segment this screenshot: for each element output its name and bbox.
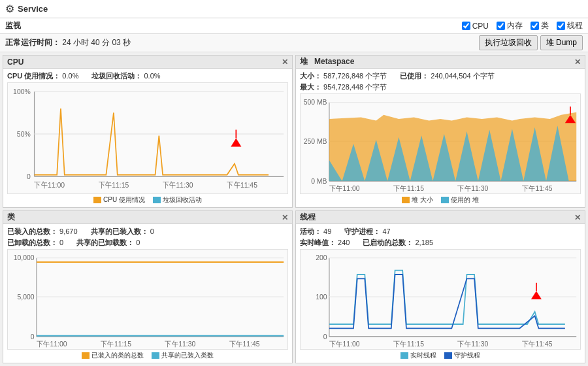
svg-text:0 MB: 0 MB [311, 176, 327, 185]
classes-panel: 类 ✕ 已装入的总数： 9,670 共享的已装入数： 0 已卸载的总数： 0 [3, 210, 293, 363]
checkbox-thread-label: 线程 [567, 20, 583, 31]
svg-text:下午11:15: 下午11:15 [393, 340, 424, 348]
monitor-label: 监视 [5, 20, 21, 31]
heap-used-label: 已使用： [400, 72, 429, 80]
classes-panel-content: 已装入的总数： 9,670 共享的已装入数： 0 已卸载的总数： 0 共享的已卸… [3, 224, 292, 363]
cpu-usage-label: CPU 使用情况： [7, 72, 60, 80]
svg-text:0: 0 [31, 332, 35, 341]
svg-marker-50 [531, 291, 542, 299]
checkbox-class-label: 类 [541, 20, 549, 31]
threads-active-stat: 活动： 49 [300, 227, 331, 237]
checkbox-thread-input[interactable] [557, 22, 565, 30]
dump-button[interactable]: 堆 Dump [540, 35, 583, 50]
classes-panel-header: 类 ✕ [3, 211, 292, 224]
threads-legend-item-2: 守护线程 [444, 351, 480, 360]
classes-shared-unloaded-value: 0 [136, 239, 140, 246]
gc-button[interactable]: 执行垃圾回收 [479, 35, 538, 50]
heap-panel-close[interactable]: ✕ [574, 58, 581, 67]
heap-title-text: 堆 [300, 57, 308, 66]
threads-legend-label-1: 实时线程 [410, 351, 436, 360]
classes-legend-color-1 [82, 352, 90, 359]
cpu-legend-color-1 [93, 197, 101, 203]
gc-activity-value: 0.0% [144, 72, 160, 80]
threads-active-value: 49 [323, 227, 331, 235]
checkbox-class[interactable]: 类 [531, 20, 549, 31]
classes-shared-loaded-value: 0 [150, 227, 154, 235]
threads-panel-close[interactable]: ✕ [574, 213, 581, 222]
threads-legend-color-1 [400, 352, 408, 359]
cpu-usage-stat: CPU 使用情况： 0.0% [7, 71, 78, 81]
checkbox-memory-input[interactable] [497, 22, 505, 30]
svg-text:下午11:15: 下午11:15 [99, 180, 129, 189]
checkbox-class-input[interactable] [531, 22, 539, 30]
threads-panel-title: 线程 [300, 212, 316, 223]
svg-text:200: 200 [316, 254, 327, 262]
threads-chart-svg: 200 100 0 下午11:00 下午11:15 下午11:30 下午11:4… [301, 250, 580, 349]
checkbox-memory[interactable]: 内存 [497, 20, 523, 31]
threads-daemon-label: 守护进程： [344, 227, 380, 235]
threads-legend-label-2: 守护线程 [454, 351, 480, 360]
threads-legend-item-1: 实时线程 [400, 351, 436, 360]
cpu-panel-content: CPU 使用情况： 0.0% 垃圾回收活动： 0.0% 100% 5 [3, 69, 292, 207]
uptime-info: 正常运行时间： 24 小时 40 分 03 秒 [5, 37, 131, 48]
threads-panel-content: 活动： 49 守护进程： 47 实时峰值： 240 已启动的总数： 2,185 [296, 224, 585, 363]
classes-loaded-value: 9,670 [59, 227, 78, 235]
classes-stats-row1: 已装入的总数： 9,670 共享的已装入数： 0 [7, 227, 288, 237]
checkbox-thread[interactable]: 线程 [557, 20, 583, 31]
checkbox-cpu-input[interactable] [462, 22, 470, 30]
threads-daemon-stat: 守护进程： 47 [344, 227, 390, 237]
svg-text:下午11:15: 下午11:15 [393, 184, 424, 193]
panels-grid: CPU ✕ CPU 使用情况： 0.0% 垃圾回收活动： 0.0% [0, 52, 588, 366]
heap-panel-content: 大小： 587,726,848 个字节 已使用： 240,044,504 个字节… [296, 69, 585, 207]
svg-text:下午11:30: 下午11:30 [163, 180, 193, 189]
cpu-panel-close[interactable]: ✕ [282, 58, 288, 67]
heap-used-stat: 已使用： 240,044,504 个字节 [400, 71, 494, 81]
svg-text:下午11:30: 下午11:30 [457, 184, 488, 193]
heap-legend-color-1 [402, 197, 410, 203]
threads-started-label: 已启动的总数： [363, 239, 413, 246]
checkbox-cpu[interactable]: CPU [462, 22, 489, 31]
cpu-panel-title: CPU [7, 58, 24, 67]
heap-size-label: 大小： [300, 72, 321, 80]
classes-legend-label-2: 共享的已装入类数 [161, 351, 214, 360]
svg-text:250 MB: 250 MB [304, 137, 327, 146]
threads-peak-value: 240 [338, 239, 350, 246]
app-icon: ⚙ [5, 3, 14, 15]
classes-shared-unloaded-label: 共享的已卸载数： [76, 239, 134, 246]
threads-started-value: 2,185 [415, 239, 433, 246]
classes-unloaded-stat: 已卸载的总数： 0 [7, 238, 63, 248]
svg-text:0: 0 [323, 332, 327, 341]
svg-text:下午11:00: 下午11:00 [37, 340, 67, 348]
uptime-value: 24 小时 40 分 03 秒 [62, 38, 131, 47]
cpu-chart-area: 100% 50% 0 下午11:00 下午11:15 下午11:30 下午11:… [7, 82, 288, 194]
classes-loaded-stat: 已装入的总数： 9,670 [7, 227, 78, 237]
threads-panel-header: 线程 ✕ [296, 211, 585, 224]
svg-text:10,000: 10,000 [14, 254, 35, 262]
gc-activity-label: 垃圾回收活动： [91, 72, 142, 80]
svg-text:50%: 50% [17, 129, 31, 138]
heap-panel-header: 堆 Metaspace ✕ [296, 56, 585, 69]
cpu-legend-color-2 [153, 197, 161, 203]
classes-unloaded-value: 0 [59, 239, 63, 246]
classes-panel-title: 类 [7, 212, 15, 223]
heap-max-value: 954,728,448 个字节 [323, 83, 387, 91]
heap-chart-area: 500 MB 250 MB 0 MB 下午11:00 下午11:15 下午11:… [300, 93, 581, 194]
threads-peak-stat: 实时峰值： 240 [300, 238, 350, 248]
classes-loaded-label: 已装入的总数： [7, 227, 57, 235]
svg-text:5,000: 5,000 [17, 293, 34, 301]
classes-unloaded-label: 已卸载的总数： [7, 239, 57, 246]
classes-chart-area: 10,000 5,000 0 下午11:00 下午11:15 下午11:30 下… [7, 249, 288, 350]
app-title: Service [18, 4, 48, 14]
threads-peak-label: 实时峰值： [300, 239, 336, 246]
classes-panel-close[interactable]: ✕ [282, 213, 288, 222]
svg-text:100: 100 [316, 293, 327, 301]
heap-stats-row2: 最大： 954,728,448 个字节 [300, 82, 581, 92]
heap-legend-color-2 [441, 197, 449, 203]
classes-shared-unloaded-stat: 共享的已卸载数： 0 [76, 238, 140, 248]
svg-text:下午11:45: 下午11:45 [522, 184, 553, 193]
heap-subtitle-text: Metaspace [314, 57, 354, 66]
heap-size-stat: 大小： 587,726,848 个字节 [300, 71, 387, 81]
cpu-legend-label-1: CPU 使用情况 [103, 195, 145, 205]
svg-text:下午11:15: 下午11:15 [101, 340, 131, 348]
threads-daemon-value: 47 [382, 227, 390, 235]
